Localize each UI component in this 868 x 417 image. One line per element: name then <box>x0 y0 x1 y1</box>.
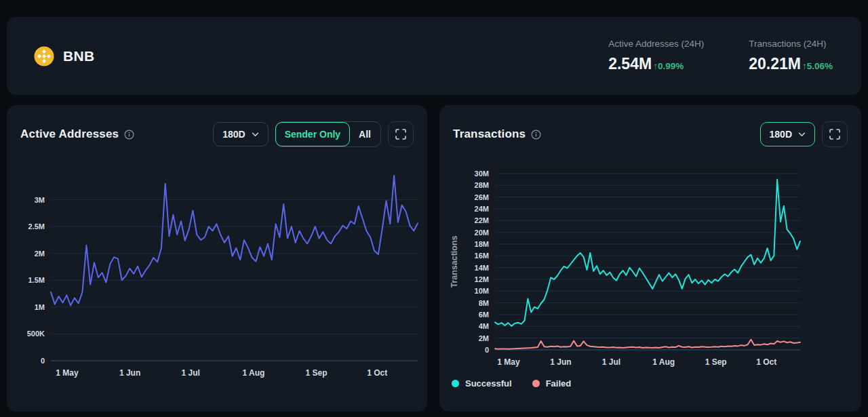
svg-text:6M: 6M <box>479 311 489 319</box>
sender-toggle-group: Sender Only All <box>275 121 381 147</box>
svg-text:1 Jun: 1 Jun <box>550 357 571 367</box>
expand-button[interactable] <box>388 121 414 147</box>
svg-text:24M: 24M <box>475 205 489 213</box>
range-dropdown[interactable]: 180D <box>760 122 815 146</box>
svg-text:1M: 1M <box>35 303 45 311</box>
svg-text:20M: 20M <box>475 229 489 237</box>
svg-text:500K: 500K <box>27 330 45 338</box>
expand-button[interactable] <box>822 121 848 147</box>
active-addresses-card: Active Addresses 180D <box>7 105 427 412</box>
svg-text:1 Jul: 1 Jul <box>182 368 200 378</box>
stat-value: 2.54M <box>608 55 652 73</box>
svg-text:28M: 28M <box>475 181 489 189</box>
info-icon[interactable] <box>531 130 541 140</box>
svg-text:30M: 30M <box>475 170 489 178</box>
svg-text:2M: 2M <box>479 334 489 342</box>
info-icon[interactable] <box>124 130 134 140</box>
up-arrow-icon: ↑ <box>802 61 807 71</box>
legend-label-successful: Successful <box>465 378 512 389</box>
legend-item-failed[interactable]: Failed <box>532 378 572 389</box>
header-stats: Active Addresses (24H) 2.54M ↑ 0.99% Tra… <box>608 39 833 73</box>
bnb-coin-icon <box>34 46 54 66</box>
svg-text:1 Aug: 1 Aug <box>652 357 675 367</box>
svg-text:4M: 4M <box>479 322 489 330</box>
stat-active-addresses-24h: Active Addresses (24H) 2.54M ↑ 0.99% <box>608 39 704 73</box>
svg-text:1 Sep: 1 Sep <box>705 357 727 367</box>
active-addresses-chart: 0500K1M1.5M2M2.5M3M1 May1 Jun1 Jul1 Aug1… <box>7 144 427 401</box>
legend-label-failed: Failed <box>546 378 572 389</box>
coin-title: BNB <box>63 48 94 64</box>
page: BNB Active Addresses (24H) 2.54M ↑ 0.99%… <box>0 0 868 417</box>
svg-text:16M: 16M <box>475 252 489 260</box>
svg-text:22M: 22M <box>475 216 489 224</box>
charts-row: Active Addresses 180D <box>7 105 861 412</box>
legend-item-successful[interactable]: Successful <box>452 378 512 389</box>
transactions-chart: 02M4M6M8M10M12M14M16M18M20M22M24M26M28M3… <box>439 144 861 374</box>
svg-text:14M: 14M <box>475 264 489 272</box>
transactions-card: Transactions 180D <box>439 105 861 412</box>
failed-series-dot <box>532 380 540 387</box>
fullscreen-icon <box>829 129 840 140</box>
svg-text:1 Sep: 1 Sep <box>306 368 328 378</box>
chevron-down-icon <box>252 132 259 137</box>
svg-text:2.5M: 2.5M <box>28 222 45 231</box>
svg-text:8M: 8M <box>479 299 489 307</box>
svg-text:12M: 12M <box>475 275 489 283</box>
svg-text:1.5M: 1.5M <box>28 276 45 284</box>
svg-text:2M: 2M <box>35 250 45 258</box>
stat-change: 0.99% <box>658 61 684 71</box>
active-addresses-title: Active Addresses <box>20 127 119 141</box>
transactions-title: Transactions <box>453 127 526 141</box>
svg-text:0: 0 <box>485 346 489 354</box>
stat-label: Transactions (24H) <box>749 39 833 49</box>
coin-header-card: BNB Active Addresses (24H) 2.54M ↑ 0.99%… <box>7 17 861 95</box>
svg-text:1 Oct: 1 Oct <box>756 357 776 367</box>
toggle-all[interactable]: All <box>349 122 380 146</box>
svg-text:1 Jun: 1 Jun <box>119 368 140 378</box>
range-dropdown[interactable]: 180D <box>213 122 268 146</box>
stat-value: 20.21M <box>749 55 801 73</box>
successful-series-dot <box>452 380 459 387</box>
toggle-sender-only[interactable]: Sender Only <box>275 122 350 146</box>
svg-text:3M: 3M <box>35 196 45 204</box>
svg-text:10M: 10M <box>475 287 489 295</box>
svg-text:1 Oct: 1 Oct <box>367 368 387 378</box>
svg-text:1 Aug: 1 Aug <box>242 368 264 378</box>
range-dropdown-value: 180D <box>770 129 792 140</box>
svg-text:18M: 18M <box>475 240 489 248</box>
up-arrow-icon: ↑ <box>653 61 658 71</box>
svg-text:26M: 26M <box>475 193 489 201</box>
chevron-down-icon <box>798 132 806 137</box>
svg-text:1 May: 1 May <box>497 357 520 367</box>
svg-text:1 May: 1 May <box>56 368 79 378</box>
coin-info: BNB <box>34 46 94 66</box>
stat-label: Active Addresses (24H) <box>608 39 704 49</box>
svg-text:Transactions: Transactions <box>450 235 459 287</box>
chart-legend: Successful Failed <box>439 378 861 389</box>
fullscreen-icon <box>395 129 406 140</box>
stat-transactions-24h: Transactions (24H) 20.21M ↑ 5.06% <box>749 39 833 73</box>
svg-text:0: 0 <box>41 357 45 365</box>
range-dropdown-value: 180D <box>222 129 245 140</box>
svg-text:1 Jul: 1 Jul <box>602 357 620 367</box>
stat-change: 5.06% <box>807 61 833 71</box>
